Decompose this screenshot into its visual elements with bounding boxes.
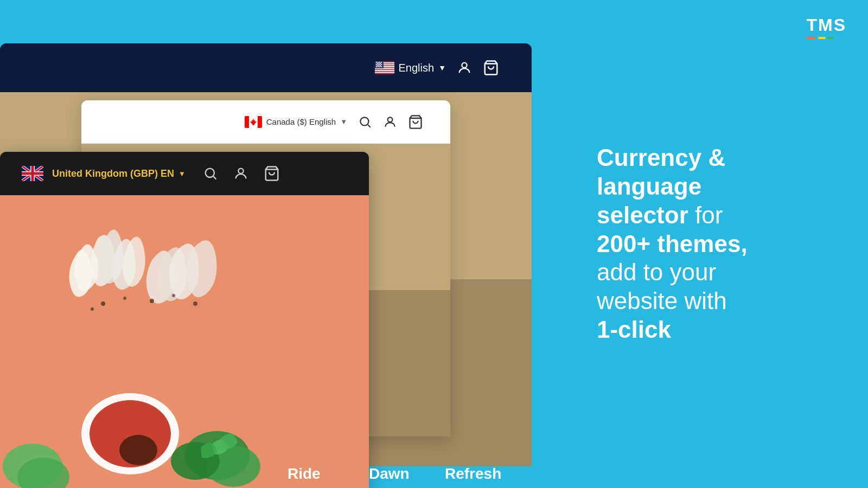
svg-point-18 (381, 64, 382, 65)
front-lang-text: United Kingdom (GBP) EN (52, 168, 174, 179)
window-mid-header: Canada ($) English ▼ (81, 100, 450, 144)
uk-flag (22, 166, 43, 181)
tms-logo: TMS (806, 15, 846, 39)
back-lang-selector[interactable]: English ▼ (375, 61, 446, 74)
tms-logo-text: TMS (806, 15, 846, 35)
svg-point-23 (378, 66, 379, 67)
theme-label-dawn: Dawn (369, 465, 410, 483)
svg-point-10 (379, 62, 380, 63)
svg-point-26 (462, 63, 467, 68)
svg-point-61 (193, 301, 197, 306)
mid-cart-icon[interactable] (408, 114, 423, 130)
us-flag (375, 61, 394, 74)
mid-lang-selector[interactable]: Canada ($) English ▼ (245, 116, 347, 128)
theme-labels-bar: Ride Dawn Refresh (0, 455, 564, 488)
svg-point-19 (376, 65, 378, 66)
svg-point-14 (380, 63, 381, 64)
svg-point-9 (378, 62, 379, 63)
tms-bar-orange (806, 37, 816, 39)
right-panel: Currency & language selector for 200+ th… (564, 0, 868, 488)
svg-rect-6 (375, 72, 394, 73)
front-cart-icon[interactable] (264, 165, 280, 182)
back-lang-chevron: ▼ (438, 63, 446, 72)
right-panel-title: Currency & language selector for 200+ th… (597, 144, 748, 344)
tms-logo-underline (806, 37, 846, 39)
svg-rect-51 (22, 172, 43, 175)
svg-point-60 (172, 294, 175, 297)
mid-search-icon[interactable] (358, 115, 372, 129)
window-back-header: English ▼ (0, 43, 532, 92)
svg-rect-33 (245, 116, 249, 128)
svg-point-52 (206, 169, 214, 177)
svg-point-16 (378, 64, 379, 65)
mid-lang-chevron: ▼ (340, 118, 347, 126)
tms-bar-yellow (818, 37, 826, 39)
mid-lang-text: Canada ($) English (266, 117, 336, 126)
front-content (0, 195, 369, 488)
svg-point-53 (238, 169, 243, 174)
mid-user-icon[interactable] (383, 115, 397, 129)
svg-point-25 (381, 66, 382, 67)
svg-point-20 (378, 65, 379, 66)
svg-point-24 (379, 66, 380, 67)
screenshots-area: English ▼ (0, 0, 564, 488)
right-panel-content: Currency & language selector for 200+ th… (597, 144, 748, 344)
window-front-header: United Kingdom (GBP) EN ▼ (0, 152, 369, 195)
tms-bar-green (828, 37, 833, 39)
svg-point-37 (388, 117, 393, 122)
front-search-icon[interactable] (203, 166, 218, 181)
svg-point-8 (376, 62, 377, 63)
front-lang-chevron: ▼ (178, 170, 186, 178)
svg-point-59 (150, 299, 154, 303)
svg-rect-5 (375, 70, 394, 71)
theme-label-refresh: Refresh (445, 465, 501, 483)
svg-rect-34 (258, 116, 262, 128)
back-lang-text: English (399, 62, 435, 74)
svg-point-56 (101, 301, 105, 306)
window-front: United Kingdom (GBP) EN ▼ (0, 152, 369, 488)
svg-point-22 (376, 66, 377, 67)
svg-point-58 (91, 307, 94, 311)
svg-point-11 (381, 62, 382, 63)
theme-label-ride: Ride (288, 465, 321, 483)
svg-point-13 (378, 63, 379, 64)
svg-point-17 (379, 64, 380, 65)
svg-point-21 (380, 65, 381, 66)
svg-point-12 (376, 63, 378, 64)
back-cart-icon[interactable] (483, 60, 499, 76)
front-lang-selector[interactable]: United Kingdom (GBP) EN ▼ (52, 168, 186, 179)
front-user-icon[interactable] (233, 166, 248, 181)
ca-flag (245, 116, 262, 128)
svg-point-36 (360, 117, 368, 125)
svg-point-57 (123, 297, 126, 300)
food-image (0, 195, 369, 488)
back-user-icon[interactable] (457, 60, 472, 75)
svg-point-15 (376, 64, 377, 65)
